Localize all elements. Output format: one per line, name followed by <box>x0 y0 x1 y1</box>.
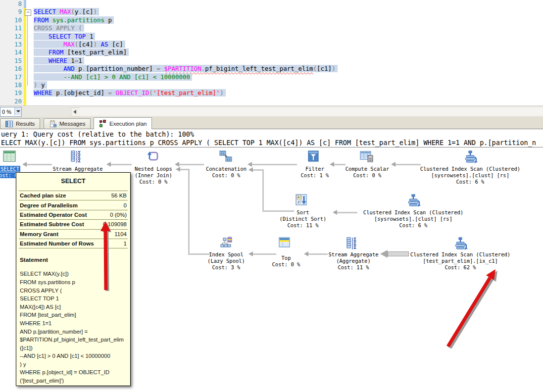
code-line: 16 AND p.[partition_number] = $PARTITION… <box>0 65 543 73</box>
code-line: 12 SELECT TOP 1 <box>0 33 543 41</box>
line-number: 19 <box>0 89 24 97</box>
line-number: 16 <box>0 65 24 73</box>
line-number: 11 <box>0 24 24 32</box>
results-grid-icon <box>5 120 13 128</box>
chevron-down-icon[interactable] <box>14 107 21 115</box>
tab-execution-plan[interactable]: Execution plan <box>94 117 152 129</box>
tooltip-statement-line: WHERE p.[object_id] = OBJECT_ID <box>20 368 127 377</box>
messages-icon <box>49 120 57 128</box>
tooltip-statement-line: FROM [test_part_elim] <box>20 311 127 319</box>
tooltip-row-value: 1 <box>124 241 128 246</box>
line-number: 12 <box>0 33 24 41</box>
tooltip-row-value: 1104 <box>114 231 128 237</box>
tooltip-title: SELECT <box>16 173 130 191</box>
line-number: 10 <box>0 16 24 24</box>
line-number: 14 <box>0 49 24 56</box>
tab-label: Results <box>16 121 35 127</box>
tooltip-row-value: 0.109098 <box>103 221 128 227</box>
line-number: 17 <box>0 73 24 81</box>
code-line: 18) y <box>0 81 543 89</box>
tooltip-row: Estimated Operator Cost0 (0%) <box>19 210 128 219</box>
plan-header-divider <box>0 147 543 147</box>
hscroll-track[interactable] <box>80 107 543 116</box>
left-arrow-icon <box>73 110 76 114</box>
tooltip-statement-line: AND p.[partition_number] = <box>20 328 127 336</box>
fold-margin <box>26 98 33 105</box>
line-number: 20 <box>0 98 24 105</box>
plan-query-cost-header: uery 1: Query cost (relative to the batc… <box>1 130 194 138</box>
tooltip-statement-line: CROSS APPLY ( <box>20 287 127 295</box>
code-fold-line <box>27 15 28 86</box>
editor-zoom-value: 0 % <box>2 108 11 116</box>
sql-code-editor[interactable]: 89SELECT MAX(y.[c])10FROM sys.partitions… <box>0 0 543 105</box>
line-number: 18 <box>0 81 24 89</box>
tooltip-row-value: 0 <box>124 202 128 208</box>
tab-messages[interactable]: Messages <box>44 118 91 129</box>
tooltip-statement-line: ('[test_part_elim]') <box>20 377 127 385</box>
tooltip-statement-line: FROM sys.partitions p <box>20 278 127 287</box>
tooltip-row: Estimated Number of Rows1 <box>19 239 128 248</box>
tooltip-row: Memory Grant1104 <box>19 229 128 239</box>
code-line: 14 FROM [test_part_elim] <box>0 49 543 56</box>
tooltip-statement-line: --AND [c1] > 0 AND [c1] < 10000000 <box>20 352 127 360</box>
editor-zoom-select[interactable]: 0 % <box>0 107 22 117</box>
code-line: 20 <box>0 98 543 105</box>
fold-margin <box>26 89 33 97</box>
line-number: 8 <box>0 0 24 8</box>
code-line: 10FROM sys.partitions p <box>0 16 543 24</box>
ssms-window: { "editor": { "zoom_value": "0 %", "line… <box>0 0 543 392</box>
tooltip-row-label: Estimated Subtree Cost <box>19 221 84 227</box>
code-line: 11CROSS APPLY ( <box>0 24 543 32</box>
tooltip-statement-line: SELECT MAX(y.[c]) <box>20 270 127 278</box>
tooltip-statement-line: ) y <box>20 360 127 369</box>
tooltip-row-label: Degree of Parallelism <box>19 202 78 208</box>
tooltip-statement-line: $PARTITION.pf_bigint_left_test_part_elim <box>20 336 127 344</box>
line-number: 13 <box>0 41 24 49</box>
code-line: 15 WHERE 1=1 <box>0 57 543 65</box>
tab-label: Messages <box>59 121 85 127</box>
code-line: 17 --AND [c1] > 0 AND [c1] < 10000000 <box>0 73 543 81</box>
tooltip-row: Degree of Parallelism0 <box>19 200 128 209</box>
tooltip-row-label: Estimated Operator Cost <box>19 212 87 218</box>
tooltip-row-value: 0 (0%) <box>110 212 128 218</box>
editor-bottom-bar: 0 % <box>0 105 543 117</box>
tooltip-row-value: 56 KB <box>111 193 128 198</box>
tab-results[interactable]: Results <box>0 118 40 129</box>
code-line: 13 MAX([c4]) AS [c] <box>0 41 543 49</box>
plan-query-text-header: ELECT MAX(y.[c]) FROM sys.partitions p C… <box>1 139 536 147</box>
tooltip-statement-heading: Statement <box>16 248 130 263</box>
hscroll-left-button[interactable] <box>71 107 80 117</box>
code-line: 8 <box>0 0 543 8</box>
code-line: 9SELECT MAX(y.[c]) <box>0 8 543 16</box>
line-number: 9 <box>0 8 24 16</box>
tooltip-row: Estimated Subtree Cost0.109098 <box>19 219 128 229</box>
fold-margin <box>26 0 33 8</box>
line-number: 15 <box>0 57 24 65</box>
tooltip-statement-line: ([c1]) <box>20 344 127 352</box>
tooltip-row-label: Memory Grant <box>19 231 58 237</box>
code-line: 19WHERE p.[object_id] = OBJECT_ID('[test… <box>0 89 543 97</box>
tooltip-statement-line: SELECT TOP 1 <box>20 294 127 303</box>
tooltip-statement-line: MAX([c4]) AS [c] <box>20 303 127 311</box>
tooltip-row: Cached plan size56 KB <box>19 191 128 200</box>
tooltip-statement-line: WHERE 1=1 <box>20 319 127 328</box>
execution-plan-icon <box>99 120 107 127</box>
select-operator-tooltip: SELECT Cached plan size56 KBDegree of Pa… <box>16 172 131 386</box>
tooltip-statement-text: SELECT MAX(y.[c])FROM sys.partitions pCR… <box>16 263 130 385</box>
tooltip-row-label: Estimated Number of Rows <box>19 241 94 246</box>
results-tab-strip: Results Messages Execution plan <box>0 117 543 129</box>
code-fold-collapse-icon[interactable]: − <box>25 9 31 16</box>
tooltip-row-label: Cached plan size <box>19 193 66 198</box>
tab-label: Execution plan <box>109 121 147 127</box>
